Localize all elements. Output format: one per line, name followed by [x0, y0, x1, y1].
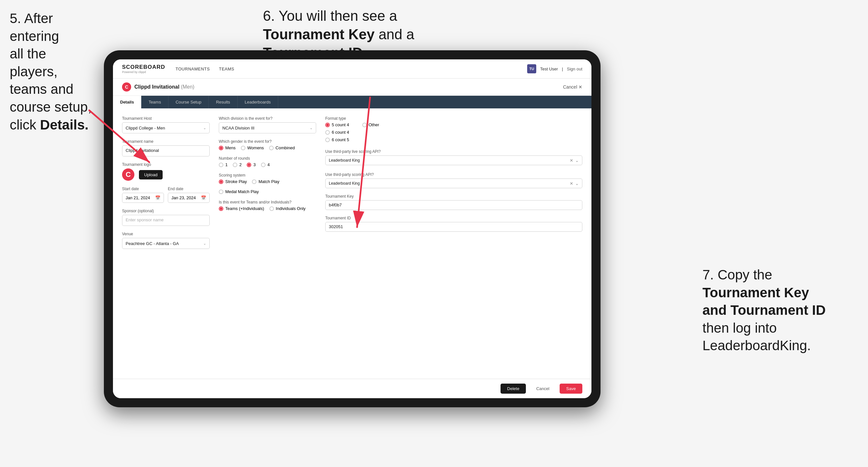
tournament-key-label: Tournament Key [325, 194, 582, 198]
format-other-label: Other [369, 122, 379, 127]
save-button[interactable]: Save [560, 383, 582, 394]
scoring-match-label: Match Play [258, 179, 279, 184]
tournament-name-value: Clippd Invitational [126, 148, 159, 153]
tablet-screen: SCOREBOARD Powered by clippd TOURNAMENTS… [113, 59, 591, 398]
logo-preview: C [122, 168, 134, 181]
tournament-id-group: Tournament ID 302051 [325, 216, 582, 232]
user-name: Test User [540, 66, 558, 71]
gender-combined[interactable]: Combined [269, 145, 295, 150]
format-5count4[interactable]: 5 count 4 [325, 122, 349, 127]
logo-upload-area: C Upload [122, 168, 210, 181]
cancel-page-button[interactable]: Cancel ✕ [563, 84, 582, 90]
scoring-radio-group: Stroke Play Match Play Medal Match Play [219, 179, 316, 194]
individuals-radio[interactable] [270, 207, 274, 211]
sponsor-label: Sponsor (optional) [122, 209, 210, 213]
tab-results[interactable]: Results [209, 96, 237, 108]
gender-group: Which gender is the event for? Mens Wome… [219, 139, 316, 150]
gender-mens[interactable]: Mens [219, 145, 236, 150]
form-col-right: Format type 5 count 4 Other [325, 116, 582, 371]
footer-cancel-button[interactable]: Cancel [530, 383, 556, 394]
scoring-match[interactable]: Match Play [252, 179, 279, 184]
api2-clear-icon[interactable]: ✕ [570, 181, 573, 186]
teams-radio[interactable] [219, 207, 223, 211]
delete-button[interactable]: Delete [500, 383, 526, 394]
tab-leaderboards[interactable]: Leaderboards [238, 96, 278, 108]
calendar-icon-end: 📅 [201, 195, 206, 200]
teams-label: Is this event for Teams and/or Individua… [219, 200, 316, 205]
start-date-input[interactable]: Jan 21, 2024 📅 [122, 193, 164, 203]
format-other-radio[interactable] [362, 123, 367, 127]
api2-input[interactable]: Leaderboard King ✕ ⌄ [325, 179, 582, 188]
tournament-key-group: Tournament Key b4f0b7 [325, 194, 582, 210]
nav-link-teams[interactable]: TEAMS [219, 66, 234, 71]
api1-label: Use third-party live scoring API? [325, 149, 582, 154]
rounds-1[interactable]: 1 [219, 162, 227, 167]
sponsor-group: Sponsor (optional) Enter sponsor name [122, 209, 210, 226]
format-6count5[interactable]: 6 count 5 [325, 137, 582, 142]
end-date-input[interactable]: Jan 23, 2024 📅 [168, 193, 210, 203]
format-5count4-radio[interactable] [325, 123, 330, 127]
api1-input[interactable]: Leaderboard King ✕ ⌄ [325, 155, 582, 165]
format-6count5-radio[interactable] [325, 137, 330, 142]
upload-button[interactable]: Upload [139, 170, 163, 180]
division-label: Which division is the event for? [219, 116, 316, 121]
format-5count4-label: 5 count 4 [332, 122, 349, 127]
api1-chevron-icon[interactable]: ⌄ [575, 158, 579, 163]
tab-details[interactable]: Details [113, 96, 142, 108]
tournament-name-input[interactable]: Clippd Invitational [122, 145, 210, 156]
scoring-medal-radio[interactable] [219, 189, 223, 194]
rounds-1-radio[interactable] [219, 163, 223, 167]
format-6count4-radio[interactable] [325, 130, 330, 135]
tab-course-setup[interactable]: Course Setup [168, 96, 209, 108]
tournament-host-group: Tournament Host Clippd College - Men ⌄ [122, 116, 210, 133]
brand-name: SCOREBOARD [122, 64, 165, 70]
format-other[interactable]: Other [362, 122, 379, 127]
nav-links: TOURNAMENTS TEAMS [176, 66, 235, 71]
gender-mens-radio[interactable] [219, 146, 223, 150]
rounds-2[interactable]: 2 [233, 162, 242, 167]
annotation-left: 5. After enteringall the players,teams a… [10, 10, 94, 134]
rounds-2-radio[interactable] [233, 163, 237, 167]
scoring-stroke[interactable]: Stroke Play [219, 179, 247, 184]
gender-combined-label: Combined [276, 145, 295, 150]
gender-womens-label: Womens [247, 145, 264, 150]
tournament-host-input[interactable]: Clippd College - Men ⌄ [122, 122, 210, 133]
tab-teams[interactable]: Teams [142, 96, 168, 108]
gender-womens-radio[interactable] [241, 146, 245, 150]
scoring-stroke-label: Stroke Play [225, 179, 247, 184]
rounds-4-radio[interactable] [261, 163, 266, 167]
gender-combined-radio[interactable] [269, 146, 274, 150]
format-6count4[interactable]: 6 count 4 [325, 130, 582, 135]
format-type-group: Format type 5 count 4 Other [325, 116, 582, 142]
division-value: NCAA Division III [222, 126, 254, 130]
api1-clear-icon[interactable]: ✕ [570, 158, 573, 163]
rounds-3[interactable]: 3 [247, 162, 255, 167]
teams-group: Is this event for Teams and/or Individua… [219, 200, 316, 211]
venue-input[interactable]: Peachtree GC - Atlanta - GA ⌄ [122, 238, 210, 249]
api2-actions: ✕ ⌄ [570, 181, 579, 186]
scoring-label: Scoring system [219, 173, 316, 178]
teams-teams[interactable]: Teams (+Individuals) [219, 206, 264, 211]
gender-womens[interactable]: Womens [241, 145, 264, 150]
scoring-stroke-radio[interactable] [219, 180, 223, 184]
rounds-4[interactable]: 4 [261, 162, 270, 167]
format-type-label: Format type [325, 116, 582, 121]
scoring-match-radio[interactable] [252, 180, 256, 184]
teams-individuals[interactable]: Individuals Only [270, 206, 306, 211]
api2-chevron-icon[interactable]: ⌄ [575, 181, 579, 186]
sign-out-link[interactable]: Sign out [567, 66, 582, 71]
nav-separator: | [562, 66, 563, 71]
rounds-3-radio[interactable] [247, 163, 251, 167]
rounds-3-label: 3 [253, 162, 255, 167]
sponsor-input[interactable]: Enter sponsor name [122, 215, 210, 226]
scoring-medal[interactable]: Medal Match Play [219, 189, 259, 194]
nav-link-tournaments[interactable]: TOURNAMENTS [176, 66, 210, 71]
api2-value: Leaderboard King [329, 181, 360, 186]
start-date-label: Start date [122, 187, 164, 191]
venue-chevron-icon: ⌄ [203, 242, 206, 246]
rounds-group: Number of rounds 1 2 [219, 156, 316, 167]
brand: SCOREBOARD Powered by clippd [122, 64, 165, 74]
api1-actions: ✕ ⌄ [570, 158, 579, 163]
page-title: Clippd Invitational (Men) [134, 84, 194, 90]
division-input[interactable]: NCAA Division III ⌄ [219, 122, 316, 133]
